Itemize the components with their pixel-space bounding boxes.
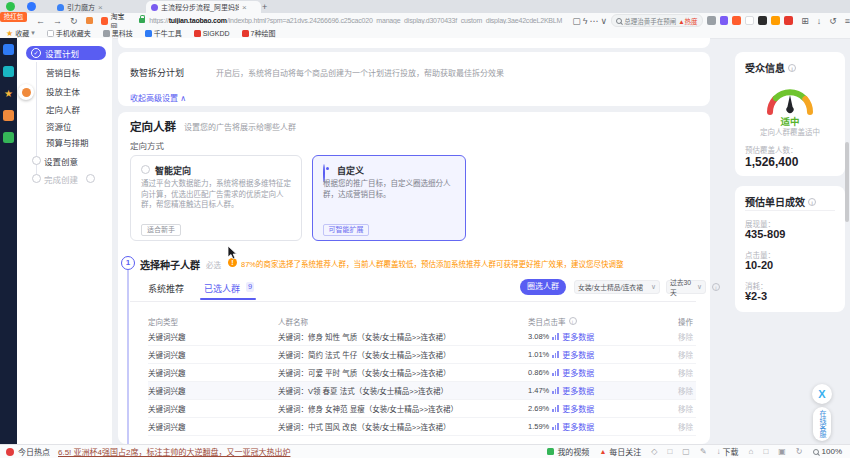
browser-toolbar: ← → ↻ 淘宝网 https://tuijian.taobao.com/ind… bbox=[0, 13, 850, 28]
step-finish[interactable]: 完成创建 bbox=[44, 173, 78, 185]
download-icon[interactable]: ↓ bbox=[817, 16, 822, 26]
flame-icon: ▲ bbox=[599, 448, 606, 455]
extension-icon[interactable] bbox=[720, 16, 729, 25]
info-icon[interactable]: i bbox=[712, 283, 720, 291]
more-data-link[interactable]: 更多数据 bbox=[562, 385, 594, 396]
menu-icon[interactable]: ≡ bbox=[845, 16, 850, 26]
hot-news-link[interactable]: 6.5! 亚洲杯4强国占2席，标注主帅的大逆翻盘，又一亚冠大热出炉 bbox=[58, 446, 290, 457]
url-text[interactable]: https://tuijian.taobao.com/indexbp.html?… bbox=[149, 17, 570, 24]
info-icon[interactable]: i bbox=[788, 64, 796, 72]
profile-avatar[interactable] bbox=[27, 2, 36, 11]
shop-basket-icon[interactable] bbox=[86, 17, 93, 24]
step-subject[interactable]: 投放主体 bbox=[46, 85, 80, 97]
undo-icon[interactable]: ↺ bbox=[829, 16, 837, 26]
tab-close-icon[interactable]: × bbox=[242, 3, 247, 12]
plugin-lightning-icon[interactable]: ϟ bbox=[583, 16, 588, 26]
step-creative[interactable]: 设置创意 bbox=[44, 155, 78, 167]
remove-button[interactable]: 移除 bbox=[678, 385, 693, 396]
extension-icon[interactable] bbox=[745, 16, 754, 25]
new-tab-button[interactable]: + bbox=[262, 2, 267, 12]
extension-icon[interactable] bbox=[771, 16, 780, 25]
online-service-button[interactable]: 在线客服 bbox=[813, 407, 831, 441]
download-icon[interactable]: ↓ bbox=[717, 447, 721, 456]
assistant-x-icon[interactable]: X bbox=[812, 384, 832, 404]
bookmark-page-icon[interactable]: ▢ bbox=[572, 16, 581, 26]
step-budget[interactable]: 预算与排期 bbox=[46, 136, 89, 148]
remove-button[interactable]: 移除 bbox=[678, 331, 693, 342]
shield-icon[interactable]: ◇ bbox=[651, 447, 657, 456]
mouse-cursor bbox=[228, 246, 238, 260]
apps-grid-icon[interactable]: ⊞ bbox=[801, 16, 809, 26]
page-scrollbar[interactable] bbox=[845, 142, 849, 222]
app-rail: ★ bbox=[0, 38, 17, 444]
category-dropdown[interactable]: 女装/女士精品/连衣裙∨ bbox=[574, 280, 660, 294]
more-data-link[interactable]: 更多数据 bbox=[562, 331, 594, 342]
info-icon[interactable]: i bbox=[808, 198, 816, 206]
extension-icon[interactable] bbox=[707, 16, 716, 25]
step-marketing-goal[interactable]: 营销目标 bbox=[46, 66, 80, 78]
extension-icon[interactable] bbox=[784, 16, 793, 25]
promo-badge[interactable]: 抢红包 bbox=[0, 12, 27, 22]
tab-selected-audience[interactable]: 已选人群 bbox=[204, 282, 240, 295]
bookmark-sigkdd[interactable]: SIGKDD bbox=[194, 30, 230, 37]
layout-icon[interactable]: ▣ bbox=[778, 447, 786, 456]
more-data-link[interactable]: 更多数据 bbox=[562, 403, 594, 414]
rail-star-icon[interactable]: ★ bbox=[3, 88, 14, 99]
browser-logo-icon[interactable] bbox=[6, 2, 15, 11]
bookmark-favorites[interactable]: ★ 收藏 ▾ bbox=[6, 28, 35, 38]
step-placement[interactable]: 资源位 bbox=[46, 120, 72, 132]
extension-icon[interactable] bbox=[732, 16, 741, 25]
cost-value: ¥2-3 bbox=[745, 290, 767, 302]
download-label[interactable]: 下载 bbox=[723, 446, 739, 457]
rail-app-icon[interactable] bbox=[3, 110, 14, 121]
back-icon[interactable]: ← bbox=[36, 16, 45, 26]
bookmark-mobile[interactable]: 手机收藏夹 bbox=[47, 28, 91, 38]
screen-icon[interactable]: ▢ bbox=[682, 447, 690, 456]
bookmark-drawing[interactable]: 7种绘图 bbox=[242, 28, 276, 38]
extension-icon[interactable] bbox=[758, 16, 767, 25]
tab-main-flow[interactable]: 主流程分步流程_阿里妈妈营... × bbox=[146, 1, 261, 13]
cell-name: 关键词：V领 春夏 法式（女装/女士精品>>连衣裙） bbox=[278, 385, 528, 396]
radio-icon[interactable] bbox=[141, 165, 150, 174]
remove-button[interactable]: 移除 bbox=[678, 403, 693, 414]
tab-system-recommend[interactable]: 系统推荐 bbox=[148, 282, 184, 295]
tab-yinli-mofang[interactable]: 引力魔方 × bbox=[52, 1, 108, 13]
forward-icon[interactable]: → bbox=[53, 16, 62, 26]
chevron-down-icon[interactable]: ∨ bbox=[601, 16, 608, 26]
collapse-advanced-link[interactable]: 收起高级设置 ∧ bbox=[130, 92, 186, 103]
rail-app-icon[interactable] bbox=[3, 132, 14, 143]
option-custom-targeting[interactable]: 自定义 根据您的推广目标，自定义圈选细分人群，达成营销目标。 可智能扩展 bbox=[312, 155, 466, 241]
circle-audience-button[interactable]: 圈选人群 bbox=[520, 279, 566, 295]
qianniu-float-icon[interactable] bbox=[18, 84, 34, 100]
toggle-knob bbox=[187, 67, 197, 77]
info-icon[interactable]: i bbox=[569, 317, 577, 325]
my-video-button[interactable]: 我的视频 bbox=[557, 446, 589, 457]
zoom-icon[interactable] bbox=[813, 449, 819, 455]
window-icon[interactable]: □ bbox=[667, 447, 672, 456]
more-data-link[interactable]: 更多数据 bbox=[562, 367, 594, 378]
time-range-dropdown[interactable]: 过去30天∨ bbox=[666, 280, 706, 294]
bookmark-qianniu[interactable]: 千牛工具 bbox=[145, 28, 182, 38]
remove-button[interactable]: 移除 bbox=[678, 367, 693, 378]
home-icon[interactable]: ⌂ bbox=[749, 447, 754, 456]
hot-search-box[interactable]: 总理治黄手在预闸 ▲热度 bbox=[611, 14, 702, 27]
panel-icon[interactable]: □ bbox=[763, 447, 768, 456]
more-data-link[interactable]: 更多数据 bbox=[562, 421, 594, 432]
more-menu-icon[interactable]: ⋯ bbox=[590, 16, 599, 26]
remove-button[interactable]: 移除 bbox=[678, 349, 693, 360]
rail-app-icon[interactable] bbox=[3, 66, 14, 77]
remove-button[interactable]: 移除 bbox=[678, 421, 693, 432]
zoom-level[interactable]: 100% bbox=[822, 447, 842, 456]
step-audience[interactable]: 定向人群 bbox=[46, 103, 80, 115]
refresh-icon[interactable]: ↻ bbox=[796, 447, 803, 456]
more-data-link[interactable]: 更多数据 bbox=[562, 349, 594, 360]
taobao-favicon-icon bbox=[101, 17, 109, 25]
step-setup-plan[interactable]: ✓ 设置计划 bbox=[26, 46, 106, 60]
rail-app-icon[interactable] bbox=[3, 44, 14, 55]
pen-icon[interactable]: ✎ bbox=[700, 447, 707, 456]
option-smart-targeting[interactable]: 智能定向 通过平台大数据能力，系统将根据多维特征定向计算，优选出匹配广告需求的优… bbox=[130, 155, 302, 241]
search-icon bbox=[616, 18, 622, 24]
refresh-icon[interactable]: ↻ bbox=[70, 16, 78, 26]
daily-watch-button[interactable]: 每日关注 bbox=[609, 446, 641, 457]
bookmark-heikeji[interactable]: 黑科技 bbox=[103, 28, 133, 38]
